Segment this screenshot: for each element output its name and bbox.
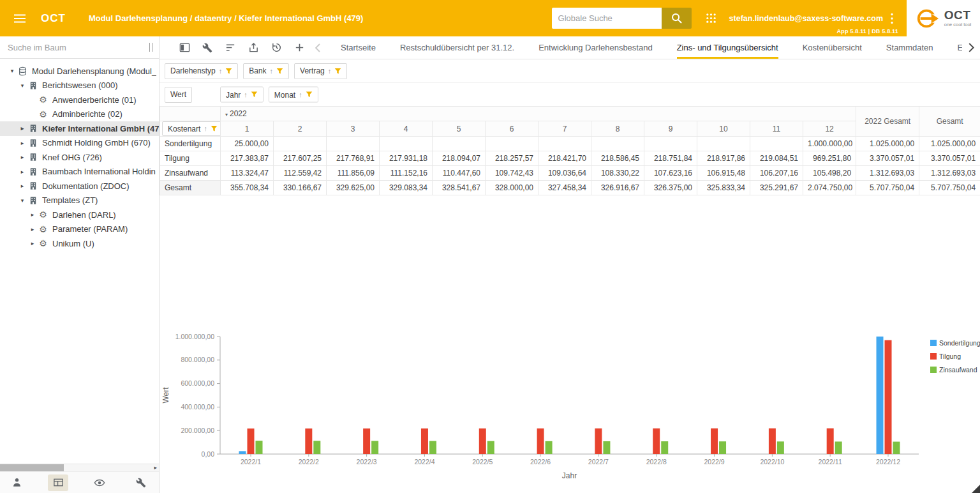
pivot-month-header[interactable]: 3	[327, 121, 380, 137]
tab-entwicklung-darlehensbestand[interactable]: Entwicklung Darlehensbestand	[538, 36, 653, 59]
funnel-icon[interactable]	[306, 91, 313, 98]
pivot-cell[interactable]: 969.251,80	[803, 151, 856, 166]
pivot-cell[interactable]: 113.324,47	[221, 166, 274, 181]
pivot-cell[interactable]: 217.607,25	[274, 151, 327, 166]
resize-handle-icon[interactable]	[972, 485, 980, 493]
pivot-cell[interactable]: 218.586,45	[591, 151, 644, 166]
pivot-cell[interactable]: 328.541,67	[433, 181, 486, 195]
pivot-row-label[interactable]: Gesamt	[160, 181, 221, 195]
pivot-cell[interactable]: 217.768,91	[327, 151, 380, 166]
pivot-cell[interactable]	[274, 137, 327, 151]
caret-right-icon[interactable]: ▸	[28, 240, 37, 247]
tree-item[interactable]: ▸Dokumentation (ZDOC)	[0, 179, 159, 193]
pivot-cell[interactable]	[486, 137, 538, 151]
pivot-cell[interactable]	[644, 137, 697, 151]
tabs-scroll-left-icon[interactable]	[315, 43, 320, 52]
tree-item[interactable]: ▾Templates (ZT)	[0, 193, 159, 208]
apps-grid-icon[interactable]	[703, 10, 719, 26]
tree-item[interactable]: ▸Knef OHG (726)	[0, 150, 159, 165]
pivot-cell[interactable]: 111.856,09	[327, 166, 380, 181]
caret-right-icon[interactable]: ▸	[18, 140, 27, 146]
scrollbar-right-arrow-icon[interactable]: ▸	[154, 464, 157, 471]
sort-ascending-icon[interactable]: ↑	[219, 68, 223, 75]
caret-right-icon[interactable]: ▸	[18, 154, 27, 160]
pivot-cell[interactable]: 108.330,22	[591, 166, 644, 181]
pivot-total-cell[interactable]: 1.025.000,00	[919, 137, 980, 151]
tab-stammdaten[interactable]: Stammdaten	[886, 36, 933, 59]
sort-list-button[interactable]	[222, 40, 239, 56]
hamburger-menu-icon[interactable]	[10, 9, 29, 28]
pivot-cell[interactable]: 218.917,86	[697, 151, 750, 166]
pivot-cell[interactable]: 329.625,00	[327, 181, 380, 195]
funnel-icon[interactable]	[334, 68, 341, 75]
caret-right-icon[interactable]: ▸	[28, 226, 37, 232]
pivot-cell[interactable]: 330.166,67	[274, 181, 327, 195]
filter-chip-bank[interactable]: Bank↑	[243, 63, 289, 79]
pivot-month-header[interactable]: 2	[274, 121, 327, 137]
pivot-cell[interactable]: 217.383,87	[221, 151, 274, 166]
pivot-cell[interactable]	[433, 137, 486, 151]
pivot-month-header[interactable]: 4	[380, 121, 433, 137]
export-button[interactable]	[245, 40, 262, 56]
pivot-cell[interactable]: 326.375,00	[644, 181, 697, 195]
pivot-cell[interactable]: 111.152,16	[380, 166, 433, 181]
pivot-cell[interactable]: 109.036,64	[538, 166, 591, 181]
sort-ascending-icon[interactable]: ↑	[204, 125, 207, 132]
filter-chip-vertrag[interactable]: Vertrag↑	[294, 63, 347, 79]
tabs-scroll-right-icon[interactable]	[962, 36, 980, 58]
search-button[interactable]	[662, 8, 692, 29]
person-button[interactable]	[6, 474, 27, 491]
pivot-cell[interactable]: 219.084,51	[750, 151, 803, 166]
caret-right-icon[interactable]: ▸	[28, 211, 37, 218]
tree-item[interactable]: ▸⚙Unikum (U)	[0, 236, 159, 251]
pivot-cell[interactable]: 328.000,00	[486, 181, 538, 195]
pivot-month-header[interactable]: 10	[697, 121, 750, 137]
history-button[interactable]	[268, 40, 285, 56]
add-button[interactable]	[291, 40, 308, 56]
pivot-cell[interactable]: 110.447,60	[433, 166, 486, 181]
pivot-month-header[interactable]: 7	[538, 121, 591, 137]
pivot-cell[interactable]: 2.074.750,00	[803, 181, 856, 195]
filter-chip-wert[interactable]: Wert	[165, 87, 192, 103]
global-search-input[interactable]	[552, 8, 662, 29]
tree-item[interactable]: ▸⚙Parameter (PARAM)	[0, 222, 159, 237]
tree-search-input[interactable]	[8, 43, 148, 52]
tree-item[interactable]: ▸Schmidt Holding GmbH (670)	[0, 136, 159, 151]
pivot-cell[interactable]: 105.498,20	[803, 166, 856, 181]
pivot-total-cell[interactable]: 3.370.057,01	[856, 151, 919, 166]
wrench-button[interactable]	[199, 40, 216, 56]
scrollbar-thumb[interactable]	[0, 464, 64, 471]
pivot-cell[interactable]: 106.207,16	[750, 166, 803, 181]
pivot-total-cell[interactable]: 3.370.057,01	[919, 151, 980, 166]
pivot-total-cell[interactable]: 1.312.693,03	[919, 166, 980, 181]
caret-down-icon[interactable]: ▾	[18, 197, 27, 204]
tree-item[interactable]: ▸Kiefer International GmbH (479	[0, 121, 159, 136]
pivot-month-header[interactable]: 1	[221, 121, 274, 137]
sidebar-resize-handle[interactable]	[148, 42, 154, 53]
pivot-row-label[interactable]: Sondertilgung	[160, 137, 221, 151]
pivot-cell[interactable]: 109.742,43	[486, 166, 538, 181]
table-button[interactable]	[48, 474, 68, 491]
funnel-icon[interactable]	[225, 68, 232, 75]
collapse-year-icon[interactable]: ▾	[225, 112, 228, 118]
pivot-grand-total-header[interactable]: Gesamt	[919, 107, 980, 137]
tab-restschuldübersicht-per-31-12[interactable]: Restschuldübersicht per 31.12.	[400, 36, 514, 59]
funnel-icon[interactable]	[211, 125, 218, 132]
pivot-total-cell[interactable]: 5.707.750,04	[856, 181, 919, 195]
pivot-cell[interactable]: 355.708,34	[221, 181, 274, 195]
tab-zins-und-tilgungsübersicht[interactable]: Zins- und Tilgungsübersicht	[677, 36, 778, 59]
pivot-cell[interactable]	[591, 137, 644, 151]
tree-item[interactable]: ▸Baumbach International Holdin	[0, 165, 159, 179]
pivot-year-total-header[interactable]: 2022 Gesamt	[856, 107, 919, 137]
pivot-total-cell[interactable]: 1.312.693,03	[856, 166, 919, 181]
pivot-cell[interactable]: 218.751,84	[644, 151, 697, 166]
tree-horizontal-scrollbar[interactable]: ▸	[0, 464, 159, 471]
pivot-total-cell[interactable]: 1.025.000,00	[856, 137, 919, 151]
filter-chip-jahr[interactable]: Jahr↑	[220, 87, 264, 103]
tree-item[interactable]: ▾Berichtswesen (000)	[0, 79, 159, 93]
filter-chip-darlehenstyp[interactable]: Darlehenstyp↑	[165, 63, 238, 79]
caret-right-icon[interactable]: ▸	[18, 125, 27, 132]
filter-chip-monat[interactable]: Monat↑	[269, 87, 318, 103]
pivot-cell[interactable]: 112.559,42	[274, 166, 327, 181]
pivot-month-header[interactable]: 8	[591, 121, 644, 137]
